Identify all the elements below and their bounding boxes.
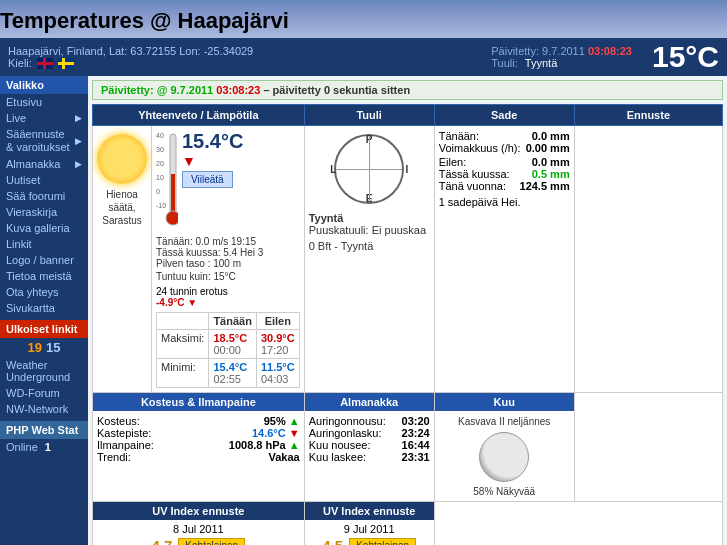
valikko-title: Valikko bbox=[0, 76, 88, 94]
kuu-col: Kuu Kasvava II neljännes 58% Näkyvää bbox=[434, 393, 574, 502]
flag-fi bbox=[58, 58, 74, 69]
tanaan-sade-label: Tänään: bbox=[439, 130, 479, 142]
uv-left-header: UV Index ennuste bbox=[93, 502, 304, 520]
eilen-col-header: Eilen bbox=[256, 313, 299, 330]
eilen-sade-label: Eilen: bbox=[439, 156, 467, 168]
wind-col: P E L I Tyyntä bbox=[304, 126, 434, 393]
sidebar-item-live[interactable]: Live▶ bbox=[0, 110, 88, 126]
ennuste-col bbox=[574, 126, 722, 393]
kosteus-col: Kosteus & Ilmanpaine Kosteus: 95% ▲ Kast… bbox=[93, 393, 305, 502]
temp-arrow: ▼ bbox=[182, 153, 243, 169]
kuu-laskee-val: 23:31 bbox=[402, 451, 430, 463]
kuu-nousee-label: Kuu nousee: bbox=[309, 439, 371, 451]
top-bar-left: Haapajärvi, Finland, Lat: 63.72155 Lon: … bbox=[8, 45, 253, 70]
tana-vuonna-val: 124.5 mm bbox=[520, 180, 570, 192]
sidebar-item-vieraskirja[interactable]: Vieraskirja bbox=[0, 204, 88, 220]
php-webstat-title: PHP Web Stat bbox=[0, 421, 88, 439]
updated-label: Päivitetty: bbox=[491, 45, 539, 57]
sidebar-item-almanakka[interactable]: Almanakka▶ bbox=[0, 156, 88, 172]
moon-area: Kasvava II neljännes 58% Näkyvää bbox=[435, 411, 574, 501]
sidebar-weather-underground[interactable]: Weather Underground bbox=[0, 357, 88, 385]
col-ennuste: Ennuste bbox=[574, 105, 722, 126]
sidebar-item-sivukartta[interactable]: Sivukartta bbox=[0, 300, 88, 316]
sidebar-item-saannuste[interactable]: Sääennuste & varoitukset▶ bbox=[0, 126, 88, 156]
svg-point-8 bbox=[166, 211, 178, 225]
header: Temperatures @ Haapajärvi bbox=[0, 0, 727, 38]
sidebar: Valikko Etusivu Live▶ Sääennuste & varoi… bbox=[0, 76, 88, 545]
viileata-button[interactable]: Viileätä bbox=[182, 171, 233, 188]
update-suffix: – päivitetty 0 sekuntia sitten bbox=[263, 84, 410, 96]
lang-label: Kieli: bbox=[8, 57, 32, 69]
kuu-description: Kasvava II neljännes bbox=[439, 415, 570, 428]
ulkoiset-title: Ulkoiset linkit bbox=[0, 320, 88, 338]
kuu-laskee-label: Kuu laskee: bbox=[309, 451, 366, 463]
sidebar-num2: 15 bbox=[46, 340, 60, 355]
erotus-label: 24 tunnin erotus bbox=[156, 286, 300, 297]
weather-description: Hienoa säätä, Sarastus bbox=[97, 188, 147, 227]
maks-label: Maksimi: bbox=[157, 330, 209, 359]
ennuste-col2 bbox=[574, 393, 722, 502]
page-title: Temperatures @ Haapajärvi bbox=[0, 8, 727, 34]
col-tuuli: Tuuli bbox=[304, 105, 434, 126]
compass: P E L I bbox=[309, 130, 430, 208]
kuu-header: Kuu bbox=[435, 393, 574, 411]
sidebar-temp-numbers: 19 15 bbox=[0, 338, 88, 357]
temp-big-display: 15°C bbox=[652, 40, 719, 74]
auringonlasku-label: Auringonlasku: bbox=[309, 427, 382, 439]
voimakkuus-label: Voimakkuus (/h): bbox=[439, 142, 521, 154]
tassa-kuussa: Tässä kuussa: 5.4 Hei 3 bbox=[156, 247, 300, 258]
svg-text:0: 0 bbox=[156, 188, 160, 195]
sun-icon bbox=[97, 134, 147, 184]
main-layout: Valikko Etusivu Live▶ Sääennuste & varoi… bbox=[0, 76, 727, 545]
sidebar-wd-forum[interactable]: WD-Forum bbox=[0, 385, 88, 401]
thermometer: 40 30 20 10 0 -10 bbox=[156, 130, 178, 232]
min-label: Minimi: bbox=[157, 359, 209, 388]
kosteus-header: Kosteus & Ilmanpaine bbox=[93, 393, 304, 411]
sidebar-item-logo[interactable]: Logo / banner bbox=[0, 252, 88, 268]
almanakka-col: Almanakka Auringonnousu: 03:20 Auringonl… bbox=[304, 393, 434, 502]
sidebar-num1: 19 bbox=[28, 340, 42, 355]
page-wrapper: Temperatures @ Haapajärvi Haapajärvi, Fi… bbox=[0, 0, 727, 545]
flag-gb bbox=[37, 58, 53, 69]
col-sade: Sade bbox=[434, 105, 574, 126]
uv-right-label: Kohtalainen bbox=[349, 538, 416, 545]
sidebar-item-etusivu[interactable]: Etusivu bbox=[0, 94, 88, 110]
location-text: Haapajärvi, Finland, Lat: 63.72155 Lon: … bbox=[8, 45, 253, 57]
sidebar-item-foorumi[interactable]: Sää foorumi bbox=[0, 188, 88, 204]
kuu-nousee-val: 16:44 bbox=[402, 439, 430, 451]
svg-rect-7 bbox=[171, 174, 175, 214]
top-bar-right: Päivitetty: 9.7.2011 03:08:23 Tuuli: Tyy… bbox=[491, 40, 719, 74]
bft-display: 0 Bft - Tyyntä bbox=[309, 240, 430, 252]
sade-col: Tänään: 0.0 mm Voimakkuus (/h): 0.00 mm … bbox=[434, 126, 574, 393]
tuuli-tyynta: Tyyntä bbox=[309, 212, 430, 224]
ilmanpaine-val: 1008.8 hPa ▲ bbox=[229, 439, 300, 451]
almanakka-header: Almanakka bbox=[305, 393, 434, 411]
sidebar-item-tietoa[interactable]: Tietoa meistä bbox=[0, 268, 88, 284]
main-data-table: Yhteenveto / Lämpötila Tuuli Sade Ennust… bbox=[92, 104, 723, 545]
ilmanpaine-label: Ilmanpaine: bbox=[97, 439, 154, 451]
tuntuu-kuin: Tuntuu kuin: 15°C bbox=[156, 271, 300, 282]
sadepaiva: 1 sadepäivä Hei. bbox=[439, 196, 570, 208]
updated-time: 03:08:23 bbox=[588, 45, 632, 57]
puuskatuuli-label: Puuskatuuli: bbox=[309, 224, 369, 236]
content-area: Päivitetty: @ 9.7.2011 03:08:23 – päivit… bbox=[88, 76, 727, 545]
moon-image bbox=[479, 432, 529, 482]
tuuli-label: Tuuli: bbox=[491, 57, 518, 69]
svg-text:10: 10 bbox=[156, 174, 164, 181]
uv-left-label: Kohtalainen bbox=[178, 538, 245, 545]
sidebar-item-galleria[interactable]: Kuva galleria bbox=[0, 220, 88, 236]
kosteus-label: Kosteus: bbox=[97, 415, 140, 427]
current-temp: 15.4°C bbox=[182, 130, 243, 153]
sidebar-item-linkit[interactable]: Linkit bbox=[0, 236, 88, 252]
sidebar-item-uutiset[interactable]: Uutiset bbox=[0, 172, 88, 188]
sidebar-item-yhteystiedot[interactable]: Ota yhteys bbox=[0, 284, 88, 300]
svg-text:30: 30 bbox=[156, 146, 164, 153]
kuu-nakyvaa: 58% Näkyvää bbox=[439, 486, 570, 497]
tanaan-sade-val: 0.0 mm bbox=[532, 130, 570, 142]
kastepiste-label: Kastepiste: bbox=[97, 427, 151, 439]
auringonlasku-val: 23:24 bbox=[402, 427, 430, 439]
tuuli-val: Tyyntä bbox=[525, 57, 557, 69]
trendi-val: Vakaa bbox=[268, 451, 299, 463]
uv-left-val: 4.7 bbox=[151, 537, 172, 545]
sidebar-nw-network[interactable]: NW-Network bbox=[0, 401, 88, 417]
